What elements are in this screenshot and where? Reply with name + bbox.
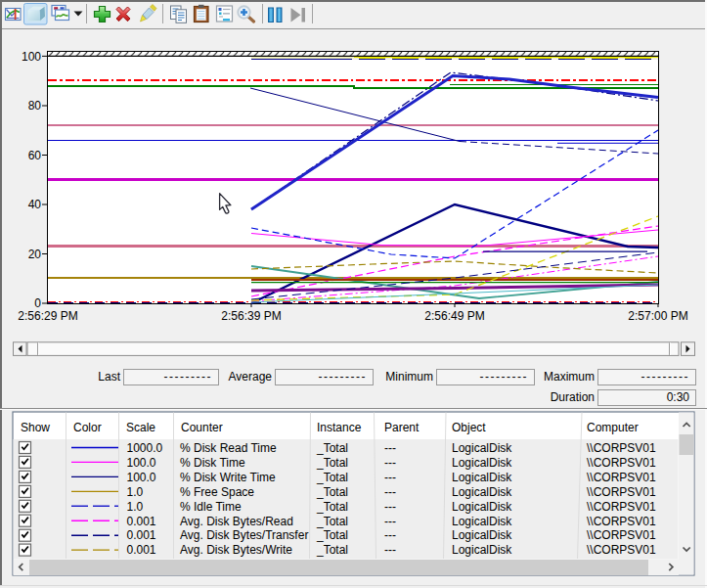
svg-text:1000.0: 1000.0: [127, 441, 163, 455]
svg-text:LogicalDisk: LogicalDisk: [452, 441, 512, 455]
svg-text:2:56:39 PM: 2:56:39 PM: [221, 309, 281, 323]
svg-text:---: ---: [384, 528, 396, 542]
svg-text:40: 40: [28, 198, 42, 211]
svg-text:0: 0: [34, 296, 41, 310]
svg-text:_Total: _Total: [316, 441, 348, 455]
svg-text:Instance: Instance: [317, 421, 362, 434]
svg-text:\\CORPSV01: \\CORPSV01: [587, 441, 656, 455]
svg-text:% Idle Time: % Idle Time: [180, 500, 242, 514]
svg-text:LogicalDisk: LogicalDisk: [452, 500, 512, 514]
svg-text:2:56:29 PM: 2:56:29 PM: [18, 309, 77, 323]
svg-text:Avg. Disk Bytes/Read: Avg. Disk Bytes/Read: [180, 515, 293, 528]
svg-text:_Total: _Total: [316, 485, 348, 499]
svg-text:100: 100: [22, 50, 41, 64]
svg-text:---: ---: [384, 456, 396, 470]
svg-text:\\CORPSV01: \\CORPSV01: [587, 500, 656, 514]
svg-text:Counter: Counter: [181, 421, 223, 434]
svg-text:---: ---: [384, 485, 396, 499]
svg-text:LogicalDisk: LogicalDisk: [452, 456, 512, 470]
svg-text:Object: Object: [452, 421, 486, 434]
svg-text:Scale: Scale: [126, 421, 155, 434]
svg-text:% Free Space: % Free Space: [180, 485, 254, 499]
svg-text:LogicalDisk: LogicalDisk: [452, 485, 512, 499]
svg-text:% Disk Time: % Disk Time: [180, 456, 245, 470]
svg-text:\\CORPSV01: \\CORPSV01: [587, 528, 656, 542]
svg-text:Avg. Disk Bytes/Transfer: Avg. Disk Bytes/Transfer: [180, 528, 308, 542]
svg-text:1.0: 1.0: [127, 500, 144, 514]
svg-text:---: ---: [384, 441, 396, 455]
svg-text:LogicalDisk: LogicalDisk: [452, 515, 512, 528]
svg-text:2:56:49 PM: 2:56:49 PM: [424, 309, 484, 323]
svg-text:Parent: Parent: [384, 421, 420, 434]
svg-text:---: ---: [384, 500, 396, 514]
svg-text:\\CORPSV01: \\CORPSV01: [587, 485, 656, 499]
svg-text:20: 20: [28, 248, 42, 261]
svg-text:1.0: 1.0: [127, 485, 144, 499]
svg-text:0.001: 0.001: [127, 528, 156, 542]
svg-text:_Total: _Total: [316, 456, 348, 470]
svg-text:0.001: 0.001: [127, 515, 156, 528]
svg-text:LogicalDisk: LogicalDisk: [452, 543, 512, 557]
svg-text:LogicalDisk: LogicalDisk: [452, 528, 512, 542]
svg-text:_Total: _Total: [316, 500, 348, 514]
svg-text:\\CORPSV01: \\CORPSV01: [587, 471, 656, 484]
svg-text:Show: Show: [21, 421, 50, 434]
svg-text:\\CORPSV01: \\CORPSV01: [587, 515, 656, 528]
svg-text:Avg. Disk Bytes/Write: Avg. Disk Bytes/Write: [180, 543, 292, 557]
svg-text:\\CORPSV01: \\CORPSV01: [587, 543, 656, 557]
svg-text:---: ---: [384, 543, 396, 557]
svg-text:60: 60: [28, 149, 42, 162]
svg-text:_Total: _Total: [316, 471, 348, 484]
svg-text:0.001: 0.001: [127, 543, 156, 557]
svg-text:---: ---: [384, 471, 396, 484]
svg-text:100.0: 100.0: [127, 471, 156, 484]
svg-text:_Total: _Total: [316, 543, 348, 557]
svg-text:80: 80: [28, 99, 42, 113]
svg-text:% Disk Write Time: % Disk Write Time: [180, 471, 276, 484]
svg-text:100.0: 100.0: [127, 456, 156, 470]
svg-text:\\CORPSV01: \\CORPSV01: [587, 456, 656, 470]
svg-text:% Disk Read Time: % Disk Read Time: [180, 441, 277, 455]
svg-text:Color: Color: [73, 421, 102, 434]
svg-text:2:57:00 PM: 2:57:00 PM: [628, 309, 687, 323]
svg-text:---: ---: [384, 515, 396, 528]
svg-text:_Total: _Total: [316, 528, 348, 542]
svg-text:Computer: Computer: [587, 421, 639, 434]
svg-text:LogicalDisk: LogicalDisk: [452, 471, 512, 484]
svg-text:_Total: _Total: [316, 515, 348, 528]
